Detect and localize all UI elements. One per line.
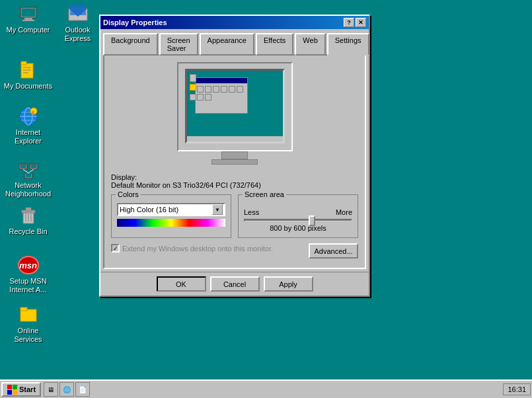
tab-bar: Background Screen Saver Appearance Effec… [100, 29, 369, 54]
svg-rect-24 [26, 174, 31, 177]
desktop-icon-network[interactable]: Network Neighborhood [3, 159, 53, 198]
taskbar-tray: 🖥 🌐 📄 [44, 382, 90, 397]
slider-area: Less More 800 by 600 pixels [244, 208, 352, 232]
advanced-button[interactable]: Advanced... [309, 243, 358, 259]
display-value: Default Monitor on S3 Trio32/64 PCI (732… [111, 181, 261, 189]
taskbar-clock: 16:31 [503, 383, 531, 395]
checkbox-advanced-row: ✓ Extend my Windows desktop onto this mo… [111, 243, 358, 259]
taskbar: Start 🖥 🌐 📄 16:31 [0, 379, 532, 398]
display-info: Display: Default Monitor on S3 Trio32/64… [111, 173, 358, 189]
cancel-button[interactable]: Cancel [210, 276, 260, 292]
svg-rect-2 [24, 18, 32, 20]
svg-rect-22 [31, 165, 36, 168]
svg-rect-8 [21, 61, 26, 65]
slider-less-label: Less [244, 208, 259, 216]
monitor-body [177, 62, 293, 151]
color-gradient-bar [117, 219, 225, 227]
tab-background[interactable]: Background [103, 33, 158, 56]
svg-rect-35 [7, 385, 12, 389]
windows-logo-icon [7, 384, 17, 395]
svg-rect-38 [13, 390, 17, 395]
desktop-icon-msn[interactable]: msn Setup MSN Internet A... [3, 255, 53, 294]
tab-web[interactable]: Web [295, 33, 325, 56]
display-properties-window: Display Properties ? ✕ Background Screen… [99, 15, 370, 297]
svg-rect-37 [7, 390, 12, 395]
desktop-icon-my-documents[interactable]: My Documents [3, 60, 53, 91]
taskbar-icon-3[interactable]: 📄 [75, 382, 90, 397]
svg-line-25 [23, 169, 28, 173]
checkbox-row: ✓ Extend my Windows desktop onto this mo… [111, 244, 273, 253]
window-title: Display Properties [103, 19, 167, 26]
help-button[interactable]: ? [344, 18, 354, 27]
svg-rect-33 [20, 309, 36, 321]
svg-rect-1 [22, 9, 35, 17]
svg-line-26 [28, 169, 34, 173]
svg-rect-6 [70, 5, 86, 15]
desktop-icon-outlook[interactable]: Outlook Express [53, 3, 102, 43]
tab-appearance[interactable]: Appearance [200, 33, 254, 56]
monitor-screen [185, 69, 285, 143]
svg-text:e: e [32, 109, 35, 115]
screen-area-label: Screen area [243, 190, 286, 198]
svg-rect-20 [20, 165, 26, 168]
dropdown-arrow-icon: ▼ [212, 204, 223, 215]
taskbar-icon-2[interactable]: 🌐 [59, 382, 74, 397]
desktop-icon-ie[interactable]: e Internet Explorer [3, 106, 53, 145]
screen-area-group: Screen area Less More 800 by 600 pixels [238, 194, 358, 238]
monitor-preview [172, 62, 297, 168]
monitor-stand [221, 151, 248, 159]
desktop-icon-online-services[interactable]: Online Services [3, 304, 53, 344]
slider-thumb[interactable] [309, 216, 315, 226]
apply-button[interactable]: Apply [264, 276, 313, 292]
desktop-icon-recycle-bin[interactable]: Recycle Bin [3, 205, 53, 236]
slider-more-label: More [336, 208, 352, 216]
monitor-base [211, 159, 258, 165]
slider-value: 800 by 600 pixels [244, 224, 352, 232]
desktop-icon-my-computer[interactable]: My Computer [3, 3, 53, 34]
colors-selected: High Color (16 bit) [120, 206, 178, 214]
settings-content: Display: Default Monitor on S3 Trio32/64… [103, 54, 366, 269]
extend-desktop-checkbox[interactable]: ✓ [111, 244, 120, 253]
svg-rect-7 [21, 63, 33, 78]
colors-group: Colors High Color (16 bit) ▼ [111, 194, 231, 238]
dialog-buttons: OK Cancel Apply [100, 272, 369, 296]
ok-button[interactable]: OK [157, 276, 206, 292]
slider-track[interactable] [244, 219, 352, 221]
checkbox-label: Extend my Windows desktop onto this moni… [122, 245, 273, 253]
colors-dropdown[interactable]: High Color (16 bit) ▼ [117, 203, 225, 216]
tab-settings[interactable]: Settings [327, 33, 369, 56]
slider-labels: Less More [244, 208, 352, 216]
display-label: Display: [111, 173, 137, 181]
start-button[interactable]: Start [1, 382, 41, 397]
taskbar-icon-1[interactable]: 🖥 [44, 382, 58, 397]
svg-rect-29 [26, 208, 31, 211]
start-label: Start [19, 385, 36, 393]
svg-rect-36 [13, 385, 17, 389]
mini-taskbar [187, 136, 283, 141]
window-titlebar: Display Properties ? ✕ [100, 16, 369, 29]
settings-row: Colors High Color (16 bit) ▼ Screen area… [111, 194, 358, 238]
close-button[interactable]: ✕ [356, 18, 366, 27]
svg-rect-34 [20, 307, 27, 311]
colors-group-label: Colors [116, 190, 141, 198]
tab-effects[interactable]: Effects [256, 33, 293, 56]
tab-screen-saver[interactable]: Screen Saver [159, 33, 198, 56]
svg-rect-3 [22, 20, 34, 21]
